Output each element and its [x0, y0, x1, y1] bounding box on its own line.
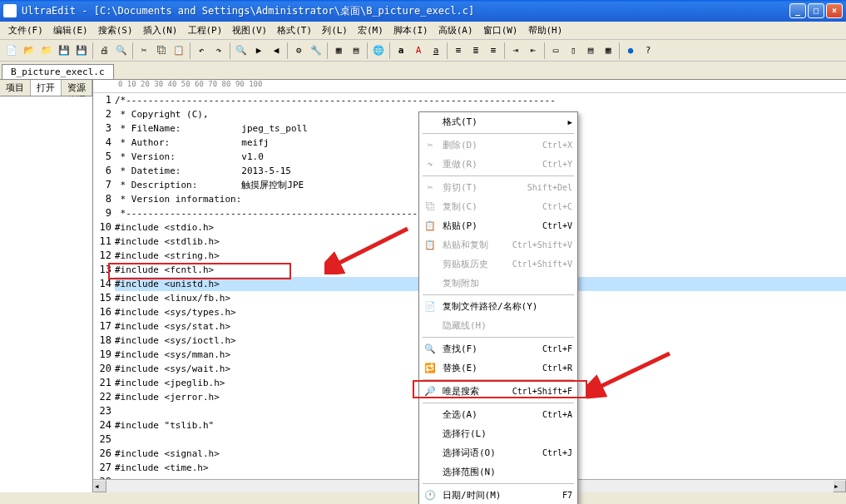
- save-all-icon[interactable]: 💾: [73, 42, 90, 59]
- menu-item-shortcut: Ctrl+C: [542, 202, 572, 211]
- copy-icon[interactable]: ⿻: [153, 42, 170, 59]
- text-a-icon[interactable]: a: [393, 42, 409, 59]
- side-panel-body: [0, 96, 92, 492]
- find-prev-icon[interactable]: ◀: [268, 42, 284, 59]
- scroll-right-button[interactable]: ▸: [833, 480, 846, 492]
- menu-item[interactable]: 插入(N): [138, 22, 183, 38]
- block2-icon[interactable]: ▤: [348, 42, 364, 59]
- menu-item-shortcut: Ctrl+A: [542, 410, 572, 419]
- help-icon[interactable]: ?: [640, 42, 656, 59]
- win-icon[interactable]: ▭: [547, 42, 564, 59]
- menu-item[interactable]: 宏(M): [353, 22, 388, 38]
- line-number: 27: [93, 461, 115, 475]
- menu-item-shortcut: F7: [562, 491, 572, 500]
- menu-item-label: 粘贴(P): [443, 220, 477, 232]
- browser-icon[interactable]: 🌐: [370, 42, 387, 59]
- menu-item[interactable]: 窗口(W): [478, 22, 523, 38]
- close-button[interactable]: ×: [826, 3, 843, 18]
- menu-item-shortcut: Ctrl+V: [542, 221, 572, 230]
- menu-item-label: 隐藏线(H): [443, 319, 487, 332]
- minimize-button[interactable]: _: [789, 3, 806, 18]
- line-number: 14: [93, 277, 115, 291]
- cut-icon[interactable]: ✂: [136, 42, 152, 59]
- search-icon[interactable]: 🔍: [233, 42, 250, 59]
- line-number: 20: [93, 362, 115, 376]
- menu-item[interactable]: 列(L): [317, 22, 353, 38]
- scroll-left-button[interactable]: ◂: [93, 480, 106, 492]
- context-menu-separator: [423, 337, 574, 338]
- tool2-icon[interactable]: 🔧: [308, 42, 324, 59]
- menu-item[interactable]: 高级(A): [433, 22, 478, 38]
- title-bar: UltraEdit - [C:\Documents and Settings\A…: [0, 0, 846, 22]
- align-right-icon[interactable]: ≡: [485, 42, 502, 59]
- side-tab-open[interactable]: 打开: [31, 80, 62, 96]
- menu-item-label: 全选(A): [443, 408, 477, 421]
- win3-icon[interactable]: ▤: [582, 42, 599, 59]
- align-center-icon[interactable]: ≣: [468, 42, 484, 59]
- side-tab-project[interactable]: 项目: [0, 80, 31, 96]
- menu-item[interactable]: 文件(F): [3, 22, 48, 38]
- context-menu-item[interactable]: 全选(A)Ctrl+A: [419, 405, 577, 424]
- context-menu-item[interactable]: 📋粘贴(P)Ctrl+V: [419, 216, 577, 235]
- context-menu: 格式(T)▶✂删除(D)Ctrl+X↷重做(R)Ctrl+Y✂剪切(T)Shif…: [418, 111, 578, 504]
- app-icon: [3, 4, 17, 17]
- context-menu-item[interactable]: 🕐日期/时间(M)F7: [419, 486, 577, 504]
- menu-item[interactable]: 工程(P): [183, 22, 228, 38]
- context-menu-separator: [423, 294, 574, 295]
- block-icon[interactable]: ▦: [330, 42, 347, 59]
- print-icon[interactable]: 🖨: [96, 42, 112, 59]
- maximize-button[interactable]: □: [808, 3, 824, 18]
- menu-item[interactable]: 编辑(E): [48, 22, 93, 38]
- menu-item[interactable]: 帮助(H): [523, 22, 568, 38]
- text-u-icon[interactable]: a: [428, 42, 444, 59]
- menu-item-icon: 🔎: [424, 386, 436, 397]
- context-menu-item[interactable]: 🔁替换(E)Ctrl+R: [419, 358, 577, 378]
- find-next-icon[interactable]: ▶: [250, 42, 267, 59]
- text-a2-icon[interactable]: A: [410, 42, 427, 59]
- side-tab-explorer[interactable]: 资源管理: [62, 80, 92, 96]
- context-menu-item[interactable]: 选择范围(N): [419, 462, 577, 482]
- menu-item[interactable]: 格式(T): [272, 22, 317, 38]
- blue-icon[interactable]: ●: [622, 42, 639, 59]
- redo-icon[interactable]: ↷: [210, 42, 227, 59]
- menu-item[interactable]: 视图(V): [227, 22, 272, 38]
- menu-item-label: 选择词语(O): [443, 447, 496, 459]
- folder-icon[interactable]: 📁: [38, 42, 55, 59]
- line-number: 15: [93, 291, 115, 305]
- menu-item-label: 复制(C): [443, 200, 477, 213]
- context-menu-item[interactable]: 📄复制文件路径/名称(Y): [419, 297, 577, 316]
- save-icon[interactable]: 💾: [56, 42, 72, 59]
- window-title: UltraEdit - [C:\Documents and Settings\A…: [22, 4, 789, 18]
- menu-item-shortcut: Shift+Del: [527, 183, 572, 192]
- file-tab[interactable]: B_picture_execl.c: [2, 64, 114, 79]
- win2-icon[interactable]: ▯: [565, 42, 581, 59]
- menu-item-label: 复制文件路径/名称(Y): [443, 300, 538, 313]
- menu-item[interactable]: 脚本(I): [388, 22, 433, 38]
- menu-item-label: 唯是搜索: [443, 385, 479, 398]
- align-left-icon[interactable]: ≡: [450, 42, 467, 59]
- outdent-icon[interactable]: ⇤: [525, 42, 542, 59]
- new-file-icon[interactable]: 📄: [3, 42, 20, 59]
- line-number: 26: [93, 447, 115, 461]
- line-number: 18: [93, 334, 115, 348]
- context-menu-item[interactable]: 选择行(L): [419, 424, 577, 443]
- menu-item[interactable]: 搜索(S): [93, 22, 138, 38]
- code-line[interactable]: 1/*-------------------------------------…: [93, 93, 846, 107]
- context-menu-item[interactable]: 选择词语(O)Ctrl+J: [419, 443, 577, 462]
- preview-icon[interactable]: 🔍: [113, 42, 130, 59]
- tool-icon[interactable]: ⚙: [290, 42, 307, 59]
- context-menu-item[interactable]: 🔎唯是搜索Ctrl+Shift+F: [419, 382, 577, 401]
- line-number: 10: [93, 220, 115, 235]
- paste-icon[interactable]: 📋: [171, 42, 187, 59]
- context-menu-item[interactable]: 🔍查找(F)Ctrl+F: [419, 339, 577, 358]
- line-number: 6: [93, 164, 115, 178]
- indent-icon[interactable]: ⇥: [507, 42, 524, 59]
- undo-icon[interactable]: ↶: [193, 42, 210, 59]
- menu-item-shortcut: Ctrl+R: [542, 363, 572, 373]
- side-panel: 项目 打开 资源管理: [0, 80, 93, 492]
- win4-icon[interactable]: ▦: [600, 42, 616, 59]
- open-file-icon[interactable]: 📂: [21, 42, 37, 59]
- menu-item-icon: 📄: [424, 301, 436, 312]
- context-menu-header[interactable]: 格式(T)▶: [419, 112, 577, 131]
- menu-item-icon: ✂: [424, 140, 436, 151]
